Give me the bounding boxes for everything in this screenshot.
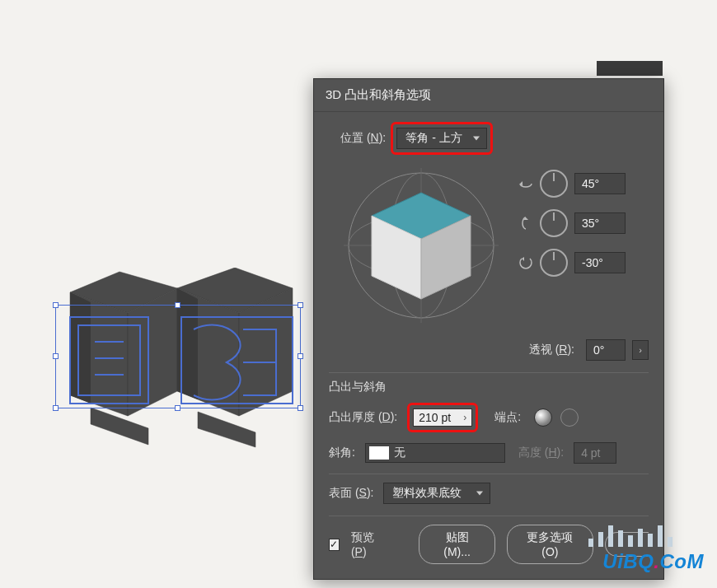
cap-off-button[interactable] [560, 408, 579, 427]
bevel-swatch [369, 446, 389, 460]
chevron-down-icon [476, 492, 483, 496]
svg-marker-7 [198, 412, 255, 447]
preview-checkbox[interactable]: ✓ [329, 539, 340, 551]
perspective-stepper[interactable]: › [632, 340, 649, 360]
selection-bounding-box[interactable] [55, 305, 301, 408]
position-dropdown[interactable]: 等角 - 上方 [396, 128, 487, 149]
rotate-z-field[interactable]: -30° [574, 252, 626, 273]
more-options-button[interactable]: 更多选项 (O) [507, 525, 593, 564]
preview-label: 预览 (P) [351, 530, 387, 558]
watermark-bars [588, 524, 672, 547]
rotate-x-icon [518, 176, 533, 191]
selection-handle[interactable] [53, 405, 59, 411]
selection-handle[interactable] [298, 405, 303, 411]
perspective-label: 透视 (R): [529, 343, 574, 357]
depth-input[interactable] [419, 411, 458, 424]
watermark-text: UiBQ.CoM [602, 550, 704, 573]
extrude-section-title: 凸出与斜角 [329, 380, 649, 394]
divider [329, 372, 649, 373]
map-art-button[interactable]: 贴图 (M)... [419, 525, 494, 564]
depth-field[interactable]: › [413, 408, 472, 427]
divider [329, 516, 649, 516]
rotate-y-field[interactable]: 35° [574, 212, 626, 234]
dialog-3d-extrude-bevel: 3D 凸出和斜角选项 位置 (N): 等角 - 上方 [313, 78, 664, 580]
dialog-title: 3D 凸出和斜角选项 [314, 79, 663, 112]
svg-marker-6 [91, 408, 148, 445]
rotate-x-field[interactable]: 45° [574, 173, 626, 194]
cap-label: 端点: [494, 410, 521, 425]
panel-strip [597, 61, 663, 76]
selection-handle[interactable] [298, 302, 303, 308]
selection-handle[interactable] [298, 353, 303, 359]
surface-dropdown[interactable]: 塑料效果底纹 [383, 483, 490, 504]
bevel-height-field: 4 pt [574, 442, 616, 464]
rotate-y-icon [518, 216, 533, 231]
selection-handle[interactable] [175, 302, 180, 308]
canvas-3d-preview [45, 268, 309, 457]
depth-stepper[interactable]: › [463, 412, 466, 423]
divider [329, 474, 649, 474]
rotate-z-knob[interactable] [540, 249, 568, 277]
position-label: 位置 (N): [340, 131, 386, 146]
perspective-field[interactable]: 0° [586, 339, 626, 361]
cap-on-button[interactable] [534, 408, 552, 427]
rotate-z-icon [518, 255, 533, 270]
bevel-label: 斜角: [329, 446, 355, 460]
depth-label: 凸出厚度 (D): [329, 410, 397, 425]
rotate-y-knob[interactable] [540, 209, 568, 237]
highlight-depth: › [407, 403, 478, 432]
bevel-height-label: 高度 (H): [518, 446, 564, 460]
bevel-dropdown[interactable]: 无 [365, 443, 505, 463]
highlight-position: 等角 - 上方 [391, 122, 493, 155]
selection-handle[interactable] [53, 353, 59, 359]
surface-label: 表面 (S): [329, 486, 373, 501]
rotation-track-cube[interactable] [339, 163, 504, 328]
chevron-down-icon [473, 137, 480, 141]
selection-handle[interactable] [53, 302, 59, 308]
selection-handle[interactable] [175, 405, 180, 411]
rotate-x-knob[interactable] [540, 170, 568, 198]
